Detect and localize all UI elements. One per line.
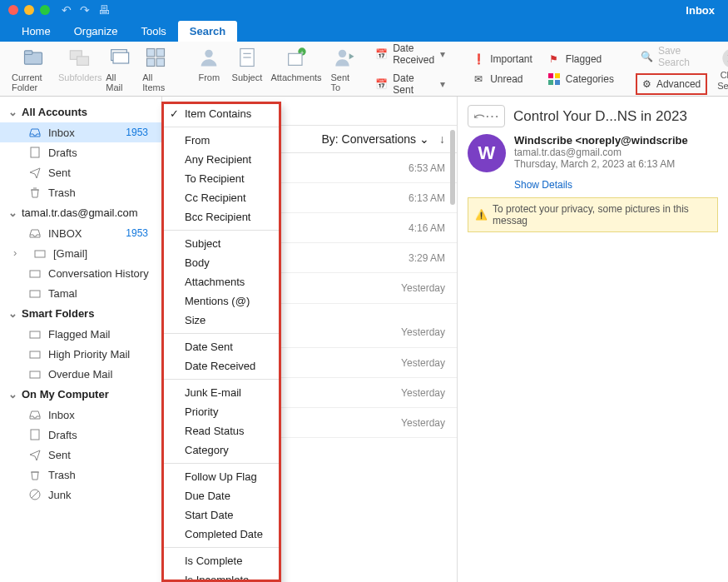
sidebar-item-trash[interactable]: Trash xyxy=(0,182,161,202)
dropdown-item[interactable]: Mentions (@) xyxy=(163,291,280,311)
window-minimize-icon[interactable] xyxy=(24,5,34,15)
dropdown-item[interactable]: Cc Recipient xyxy=(163,188,280,207)
folder-icon xyxy=(28,347,42,361)
scope-subfolders[interactable]: Subfolders xyxy=(59,43,101,84)
sidebar-item-omc-junk[interactable]: Junk xyxy=(0,485,161,505)
tab-home[interactable]: Home xyxy=(10,21,62,42)
sent-icon xyxy=(28,448,42,461)
sidebar-label: Inbox xyxy=(48,409,75,421)
filter-sent-to[interactable]: Sent To xyxy=(325,43,365,94)
filter-subject[interactable]: Subject xyxy=(227,43,266,84)
dropdown-item[interactable]: Is Incomplete xyxy=(163,570,280,582)
window-close-icon[interactable] xyxy=(8,5,18,15)
dropdown-item[interactable]: Start Date xyxy=(163,505,280,525)
dropdown-item[interactable]: To Recipient xyxy=(163,169,280,188)
search-field-dropdown[interactable]: Item ContainsFromAny RecipientTo Recipie… xyxy=(162,103,280,582)
sidebar-item-inbox2[interactable]: INBOX1953 xyxy=(0,223,161,243)
dropdown-item[interactable]: Completed Date xyxy=(163,525,280,544)
sidebar-item-overdue[interactable]: Overdue Mail xyxy=(0,364,161,384)
filter-date-received[interactable]: 📅 Date Received ▾ xyxy=(370,41,450,67)
dropdown-item[interactable]: Priority xyxy=(163,402,280,421)
dropdown-item[interactable]: Due Date xyxy=(163,486,280,505)
dropdown-item[interactable]: Subject xyxy=(163,234,280,253)
sort-direction-icon[interactable]: ↓ xyxy=(439,132,445,146)
message-time: 4:16 AM xyxy=(387,222,445,234)
dropdown-item[interactable]: Size xyxy=(163,311,280,330)
sidebar-section-all-accounts[interactable]: ⌄All Accounts xyxy=(0,102,161,122)
ribbon-label: Advanced xyxy=(656,78,701,90)
window-zoom-icon[interactable] xyxy=(40,5,50,15)
close-search-button[interactable]: Close Search xyxy=(712,45,728,92)
sidebar-item-omc-inbox[interactable]: Inbox xyxy=(0,405,161,425)
sidebar-label: Tamal xyxy=(48,287,77,300)
scope-all-items[interactable]: All Items xyxy=(137,43,174,94)
svg-rect-9 xyxy=(156,58,164,66)
sidebar-item-tamal[interactable]: Tamal xyxy=(0,283,161,303)
dropdown-item[interactable]: Attachments xyxy=(163,272,280,291)
svg-line-32 xyxy=(32,491,38,498)
filter-important[interactable]: ❗ Important xyxy=(467,51,537,67)
sidebar-item-inbox[interactable]: Inbox 1953 xyxy=(0,122,161,142)
sidebar-item-omc-sent[interactable]: Sent xyxy=(0,445,161,465)
ribbon-label: Close Search xyxy=(717,70,728,90)
dropdown-item[interactable]: Date Sent xyxy=(163,337,280,356)
undo-icon[interactable]: ↶ xyxy=(62,3,72,17)
filter-from[interactable]: From xyxy=(191,43,227,84)
filter-categories[interactable]: Categories xyxy=(542,71,619,87)
from-name: Windscribe <noreply@windscribe xyxy=(514,134,688,147)
sidebar-section-smart-folders[interactable]: ⌄Smart Folders xyxy=(0,303,161,324)
attachment-icon: + xyxy=(284,45,309,70)
dropdown-item[interactable]: Any Recipient xyxy=(163,150,280,169)
svg-rect-3 xyxy=(77,57,89,66)
ribbon-label: Date Received xyxy=(393,42,435,66)
inbox-icon xyxy=(28,126,42,139)
tab-search[interactable]: Search xyxy=(178,21,237,42)
scope-all-mail[interactable]: All Mail xyxy=(101,43,137,94)
tab-tools[interactable]: Tools xyxy=(129,21,177,42)
scrollbar-thumb[interactable] xyxy=(450,130,455,205)
dropdown-item[interactable]: Category xyxy=(163,440,280,460)
scrollbar[interactable] xyxy=(448,97,457,582)
message-date: Thursday, March 2, 2023 at 6:13 AM xyxy=(514,158,688,170)
scope-current-folder[interactable]: Current Folder xyxy=(7,43,59,94)
sidebar-item-omc-drafts[interactable]: Drafts xyxy=(0,425,161,445)
tab-organize[interactable]: Organize xyxy=(62,21,130,42)
dropdown-item[interactable]: Is Complete xyxy=(163,551,280,570)
sidebar-item-omc-trash[interactable]: Trash xyxy=(0,465,161,485)
dropdown-item[interactable]: Body xyxy=(163,253,280,272)
print-icon[interactable]: 🖶 xyxy=(98,3,110,17)
sidebar-item-high-priority[interactable]: High Priority Mail xyxy=(0,344,161,364)
ribbon-label: All Items xyxy=(142,72,169,92)
filter-date-sent[interactable]: 📅 Date Sent ▾ xyxy=(370,71,450,97)
svg-rect-7 xyxy=(156,49,164,57)
sidebar-item-gmail[interactable]: ›[Gmail] xyxy=(0,243,161,263)
dropdown-item[interactable]: Item Contains xyxy=(163,104,280,123)
message-time: 6:13 AM xyxy=(387,192,445,204)
sidebar-section-account[interactable]: ⌄tamal.tr.das@gmail.com xyxy=(0,202,161,223)
dropdown-item[interactable]: Junk E-mail xyxy=(163,383,280,402)
dropdown-item[interactable]: Follow Up Flag xyxy=(163,467,280,486)
sidebar-item-conv-history[interactable]: Conversation History xyxy=(0,263,161,283)
sidebar-item-flagged-mail[interactable]: Flagged Mail xyxy=(0,324,161,344)
advanced-button[interactable]: ⚙ Advanced xyxy=(636,73,707,95)
redo-icon[interactable]: ↷ xyxy=(80,3,90,17)
ribbon-label: Subject xyxy=(232,72,263,82)
sidebar-item-sent[interactable]: Sent xyxy=(0,162,161,182)
reply-icon[interactable]: ⤺⋯ xyxy=(468,105,505,127)
sidebar-section-on-my-computer[interactable]: ⌄On My Computer xyxy=(0,384,161,405)
folder-icon xyxy=(28,327,42,341)
dropdown-item[interactable]: From xyxy=(163,131,280,150)
sidebar-label: All Accounts xyxy=(22,106,87,118)
dropdown-item[interactable]: Date Received xyxy=(163,356,280,376)
ribbon-label: Date Sent xyxy=(393,72,435,96)
filter-attachments[interactable]: + Attachments xyxy=(267,43,326,84)
dropdown-item[interactable]: Bcc Recipient xyxy=(163,207,280,226)
filter-flagged[interactable]: ⚑ Flagged xyxy=(542,51,619,67)
filter-unread[interactable]: ✉ Unread xyxy=(467,71,537,87)
save-search-button[interactable]: 🔍 Save Search xyxy=(636,43,707,70)
trash-icon xyxy=(28,468,42,481)
sidebar-item-drafts[interactable]: Drafts xyxy=(0,142,161,162)
sort-by-dropdown[interactable]: By: Conversations ⌄ xyxy=(322,132,430,146)
dropdown-item[interactable]: Read Status xyxy=(163,421,280,440)
show-details-link[interactable]: Show Details xyxy=(468,179,718,191)
